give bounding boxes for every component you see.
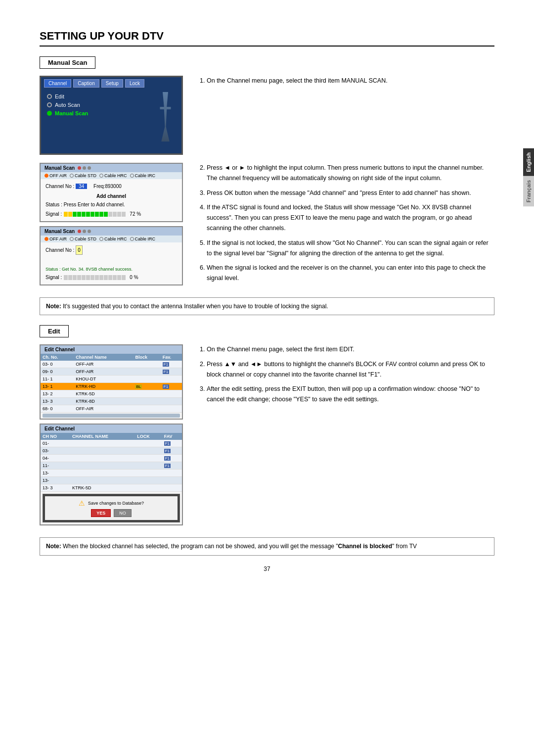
table-row: 11- 1KHOU-DT (41, 376, 182, 383)
scan-screens-container: Manual Scan OFF AIR Cable STD (40, 163, 188, 289)
manual-scan-label: Manual Scan (40, 56, 95, 69)
note-label-1: Note: (46, 303, 63, 310)
signal-bars-2 (64, 275, 126, 280)
bar-5 (82, 212, 86, 217)
status-success: Status : Get No. 34. 8VSB channel succes… (45, 266, 177, 273)
manual-scan-instructions-2-6: Press ◄ or ► to highlight the input colu… (198, 163, 494, 288)
scan-screen-2: Manual Scan OFF AIR Cable STD (40, 226, 183, 285)
scan-title-2: Manual Scan (44, 229, 75, 234)
edit-instruction-3: After the edit setting, press the EXIT b… (207, 384, 494, 405)
col-channel-name: Channel Name (74, 354, 133, 361)
tv-tab-channel: Channel (44, 79, 71, 88)
scan-signal-bar-1: Signal : (45, 210, 177, 218)
channel-blocked-text: Channel is blocked (338, 543, 392, 550)
tab-francais[interactable]: Français (523, 176, 534, 206)
scan-dot2-red (78, 230, 81, 233)
col-channel-name-2: CHANNEL NAME (70, 433, 135, 440)
bar2-8 (95, 275, 99, 280)
scan-dot-red (78, 166, 81, 170)
bar-7 (90, 212, 94, 217)
bar-10 (104, 212, 108, 217)
bar-2 (68, 212, 72, 217)
manual-scan-screens-row: Manual Scan OFF AIR Cable STD (40, 163, 494, 289)
bar2-3 (73, 275, 77, 280)
tv-menu-edit: Edit (47, 94, 88, 99)
note-label-2: Note: (46, 543, 63, 550)
table-row: 03- 0OFF-AIRF1 (41, 361, 182, 368)
tab-english[interactable]: English (523, 148, 534, 176)
instruction-1: On the Channel menu page, select the thi… (207, 76, 494, 86)
bar-4 (77, 212, 81, 217)
bar2-6 (86, 275, 90, 280)
edit-channel-table-1: Edit Channel Ch. No. Channel Name Block … (40, 344, 183, 420)
scan-dot-gray2 (88, 166, 91, 170)
bar2-11 (108, 275, 112, 280)
scan-body-2: Channel No : 0 Status : Get No. 34. 8VSB… (41, 242, 182, 284)
side-tabs: English Français (523, 148, 534, 206)
save-yes-button[interactable]: YES (91, 509, 111, 517)
bar2-1 (64, 275, 68, 280)
bar-13 (117, 212, 121, 217)
page-number: 37 (40, 566, 494, 572)
scan-header-1: Manual Scan (41, 164, 182, 172)
tv-menu-manualscan: Manual Scan (47, 110, 88, 116)
edit-table-2: CH NO CHANNEL NAME LOCK FAV 01-F1 03-F1 … (41, 433, 182, 492)
scan-radio-cableirc-circle (130, 174, 134, 178)
manual-scan-instructions-1-3: On the Channel menu page, select the thi… (198, 76, 494, 86)
scan-dots-2 (78, 230, 91, 233)
save-dialog-container: ⚠ Save changes to Database? YES NO (43, 494, 180, 522)
col-fav: Fav. (161, 354, 182, 361)
warning-icon: ⚠ (79, 499, 85, 507)
scan-radio2-cablehrc-circle (99, 237, 103, 241)
scan-radio2-cablestd-circle (70, 237, 74, 241)
scan-radio-offair-circle (44, 174, 48, 178)
add-channel-text: Add channel (45, 192, 177, 200)
scan-signal-bar-2: Signal : (45, 273, 177, 282)
scan-dot-gray1 (83, 166, 86, 170)
bar-1 (64, 212, 68, 217)
table-row: 13- 3KTRK-5D (41, 484, 182, 492)
scan-radio-cablestd: Cable STD (70, 173, 96, 178)
scan-radio2-cableirc-circle (130, 237, 134, 241)
table-row: 13- 3KTRK-8D (41, 398, 182, 405)
channel-input-2: 0 (76, 245, 83, 255)
tv-screen-container: Channel Caption Setup Lock Edit Auto Sca… (40, 76, 188, 155)
edit-instruction-1: On the Channel menu page, select the fir… (207, 344, 494, 355)
edit-note: Note: When the blocked channel has selec… (40, 537, 494, 556)
table-row: 11-F1 (41, 462, 182, 470)
scan-radio2-offair: OFF AIR (44, 236, 67, 241)
save-no-button[interactable]: NO (114, 509, 132, 517)
scan-radio2-offair-circle (44, 237, 48, 241)
table-row: 13- (41, 477, 182, 484)
radio-edit (47, 94, 52, 99)
bar2-2 (68, 275, 72, 280)
scan-radio2-cableirc: Cable IRC (130, 236, 156, 241)
save-dialog-overlay: ⚠ Save changes to Database? YES NO (43, 494, 180, 522)
edit-note-end: " from TV (392, 543, 417, 550)
bar2-14 (122, 275, 126, 280)
scan-radio2-cablestd: Cable STD (70, 236, 96, 241)
instruction-4: If the ATSC signal is found and locked, … (207, 202, 494, 234)
bar-12 (113, 212, 117, 217)
table-row: 13- (41, 470, 182, 477)
table-row: 13- 2KTRK-5D (41, 390, 182, 398)
table-row-highlighted: 13- 1KTRK-HDBLF1 (41, 383, 182, 390)
edit-label: Edit (40, 325, 69, 337)
radio-autoscan (47, 102, 52, 107)
save-dialog-buttons: YES NO (48, 509, 175, 517)
tv-tab-setup: Setup (101, 79, 123, 88)
scan-radio-cablehrc: Cable HRC (99, 173, 127, 178)
edit-instructions: On the Channel menu page, select the fir… (198, 344, 494, 409)
scan-radio-cablestd-circle (70, 174, 74, 178)
scan-radio-offair: OFF AIR (44, 173, 67, 178)
bar2-4 (77, 275, 81, 280)
bar2-10 (104, 275, 108, 280)
scan-body-1: Channel No : 34 Freq:893000 Add channel … (41, 179, 182, 221)
scan-radio-row-2: OFF AIR Cable STD Cable HRC Cable IRC (41, 236, 182, 242)
edit-table-1: Ch. No. Channel Name Block Fav. 03- 0OFF… (41, 354, 182, 413)
table-row: 03-F1 (41, 447, 182, 455)
scan-radio2-cablehrc: Cable HRC (99, 236, 127, 241)
bar2-9 (99, 275, 103, 280)
bar-9 (99, 212, 103, 217)
col-lock: LOCK (135, 433, 162, 440)
